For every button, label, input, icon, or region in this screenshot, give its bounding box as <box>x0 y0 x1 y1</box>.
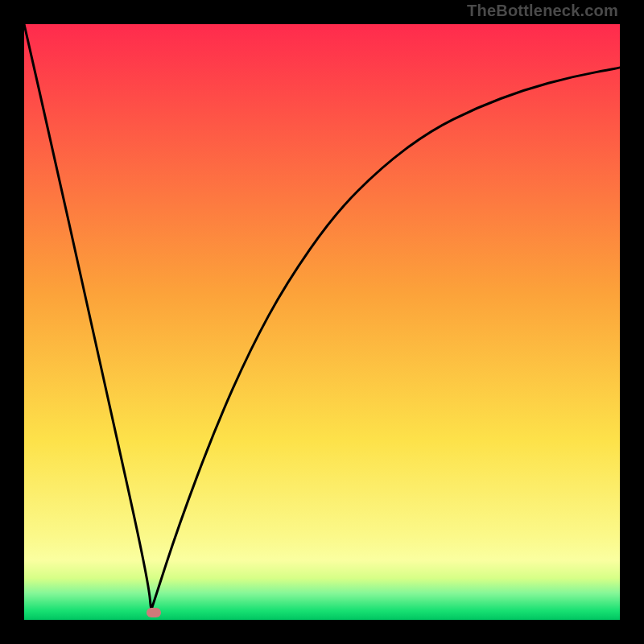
chart-frame: TheBottleneck.com <box>0 0 644 644</box>
watermark-label: TheBottleneck.com <box>467 2 618 20</box>
minimum-marker <box>147 608 161 617</box>
plot-area <box>24 24 620 620</box>
bottleneck-curve <box>24 24 620 620</box>
